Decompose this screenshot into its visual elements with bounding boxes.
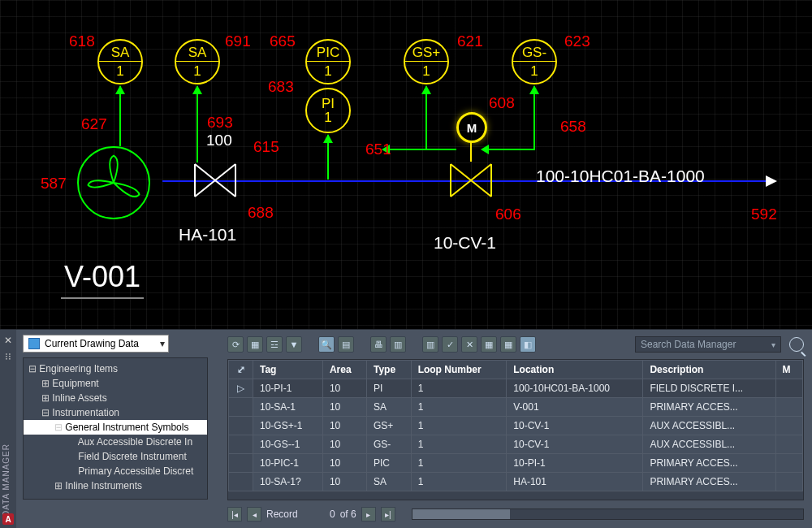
- data-table[interactable]: ⤢TagAreaTypeLoop NumberLocationDescripti…: [227, 359, 804, 500]
- leader-line: [327, 135, 329, 180]
- red-id: 693: [207, 114, 233, 132]
- leader-line: [425, 86, 427, 150]
- panel-title: DATA MANAGER: [2, 444, 11, 517]
- zoom-to-button[interactable]: 🔍: [318, 336, 335, 353]
- instrument-sa-left[interactable]: SA 1: [97, 39, 143, 84]
- instrument-func: PI: [307, 97, 349, 110]
- autocad-badge-icon: A: [2, 513, 14, 525]
- instrument-loop: 1: [422, 62, 430, 78]
- branch-line: [388, 149, 427, 150]
- instrument-func: GS-: [513, 45, 555, 62]
- red-id: 651: [365, 141, 391, 158]
- tree-item[interactable]: ⊟ Engineering Items: [24, 361, 207, 376]
- tree-item[interactable]: ⊟ General Instrument Symbols: [24, 420, 207, 435]
- options-icon[interactable]: ⁝⁝: [5, 351, 11, 362]
- red-id: 587: [41, 175, 67, 193]
- tree-item[interactable]: Aux Accessible Discrete In: [24, 435, 207, 449]
- column-header[interactable]: Type: [366, 361, 411, 379]
- tree-item[interactable]: Field Discrete Instrument: [24, 449, 207, 464]
- instrument-loop: 1: [324, 62, 331, 78]
- instrument-gs-minus[interactable]: GS- 1: [512, 39, 557, 84]
- instrument-func: GS+: [405, 45, 447, 62]
- control-valve-icon[interactable]: [447, 160, 495, 201]
- accept-button[interactable]: ✓: [442, 336, 458, 353]
- column-header[interactable]: Area: [322, 361, 366, 379]
- table-row[interactable]: 10-GS+-110GS+110-CV-1AUX ACCESSIBL...: [229, 417, 803, 435]
- arrowhead-icon: [481, 145, 489, 154]
- instrument-loop: 1: [324, 110, 331, 124]
- panel-toolbar: ⟳ ▦ ☲ ▼ 🔍 ▤ 🖶 ▥ ▥ ✓ ✕ ▦ ▦ ◧ Search Data …: [227, 335, 804, 354]
- red-id: 623: [564, 32, 590, 50]
- filter-button[interactable]: ▼: [286, 336, 302, 353]
- next-record-button[interactable]: ▸: [361, 507, 376, 522]
- red-id: 618: [69, 32, 95, 50]
- columns-button[interactable]: ☲: [266, 336, 283, 353]
- table-row[interactable]: 10-SA-1?10SA1HA-101PRIMARY ACCES...: [229, 473, 803, 491]
- column-header[interactable]: Loop Number: [411, 361, 507, 379]
- label-100: 100: [206, 132, 232, 149]
- instrument-gs-plus[interactable]: GS+ 1: [404, 39, 449, 84]
- table-row[interactable]: 10-GS--110GS-110-CV-1AUX ACCESSIBL...: [229, 435, 803, 454]
- category-tree[interactable]: ⊟ Engineering Items⊞ Equipment⊞ Inline A…: [23, 357, 208, 500]
- panel-rail: ✕ ⁝⁝ DATA MANAGER A: [0, 330, 16, 528]
- instrument-sa-right[interactable]: SA 1: [175, 39, 220, 84]
- instrument-pi[interactable]: PI 1: [305, 88, 351, 133]
- export-button[interactable]: ▦: [247, 336, 263, 353]
- red-id: 606: [495, 206, 521, 223]
- manual-valve-icon[interactable]: [191, 160, 240, 201]
- horizontal-scrollbar[interactable]: [412, 509, 804, 520]
- data-manager-panel: ✕ ⁝⁝ DATA MANAGER A Current Drawing Data…: [0, 329, 812, 528]
- table-row[interactable]: 10-SA-110SA1V-001PRIMARY ACCES...: [229, 398, 803, 417]
- search-input[interactable]: Search Data Manager ▾: [635, 336, 781, 353]
- column-header[interactable]: M: [775, 361, 803, 379]
- tree-item[interactable]: ⊞ Inline Instruments: [24, 478, 207, 493]
- equipment-tag-label: V-001: [61, 260, 144, 299]
- search-icon[interactable]: [789, 337, 804, 352]
- equipment-v001-icon[interactable]: [77, 146, 150, 219]
- grid2-button[interactable]: ▥: [422, 336, 438, 353]
- pager-pos: 0: [303, 509, 335, 520]
- search-placeholder: Search Data Manager: [641, 339, 736, 350]
- refresh-button[interactable]: ⟳: [227, 336, 244, 353]
- table-row[interactable]: ▷10-PI-110PI1100-10HC01-BA-1000FIELD DIS…: [229, 379, 803, 398]
- instrument-loop: 1: [193, 62, 201, 78]
- branch-line: [487, 149, 534, 150]
- red-id: 683: [268, 78, 294, 96]
- motor-actuator-icon[interactable]: M: [456, 112, 487, 143]
- pipeline-label: 100-10HC01-BA-1000: [536, 167, 705, 186]
- leader-line: [197, 86, 198, 162]
- reject-button[interactable]: ✕: [461, 336, 477, 353]
- tree-item[interactable]: ⊞ Inline Assets: [24, 391, 207, 405]
- record-pager: |◂ ◂ Record 0 of 6 ▸ ▸|: [227, 505, 804, 523]
- red-id: 691: [225, 32, 251, 50]
- grid1-button[interactable]: ▥: [390, 336, 406, 353]
- first-record-button[interactable]: |◂: [227, 507, 242, 522]
- close-icon[interactable]: ✕: [4, 335, 12, 346]
- column-header[interactable]: Description: [643, 361, 775, 379]
- red-id: 615: [253, 138, 279, 156]
- manual-valve-tag: HA-101: [179, 225, 236, 245]
- red-id: 592: [751, 206, 777, 223]
- column-header[interactable]: Location: [507, 361, 643, 379]
- instrument-pic[interactable]: PIC 1: [305, 39, 351, 84]
- select-button[interactable]: ▤: [338, 336, 354, 353]
- table-row[interactable]: 10-PIC-110PIC110-PI-1PRIMARY ACCES...: [229, 454, 803, 473]
- tree-item[interactable]: ⊞ Equipment: [24, 376, 207, 391]
- highlight-button[interactable]: ◧: [520, 336, 536, 353]
- branch-line: [425, 149, 456, 150]
- print-button[interactable]: 🖶: [370, 336, 387, 353]
- drawing-icon: [28, 338, 40, 349]
- prev-record-button[interactable]: ◂: [247, 507, 261, 522]
- tree-item[interactable]: ⊟ Instrumentation: [24, 405, 207, 420]
- grid4-button[interactable]: ▦: [500, 336, 516, 353]
- column-header[interactable]: Tag: [253, 361, 323, 379]
- valve-stem: [470, 142, 472, 162]
- last-record-button[interactable]: ▸|: [381, 507, 395, 522]
- red-id: 658: [560, 118, 586, 136]
- grid3-button[interactable]: ▦: [481, 336, 497, 353]
- tree-item[interactable]: Primary Accessible Discret: [24, 464, 207, 478]
- instrument-func: SA: [176, 45, 218, 62]
- data-source-dropdown[interactable]: Current Drawing Data: [23, 335, 169, 353]
- row-header-corner[interactable]: ⤢: [229, 361, 253, 379]
- red-id: 665: [270, 32, 296, 50]
